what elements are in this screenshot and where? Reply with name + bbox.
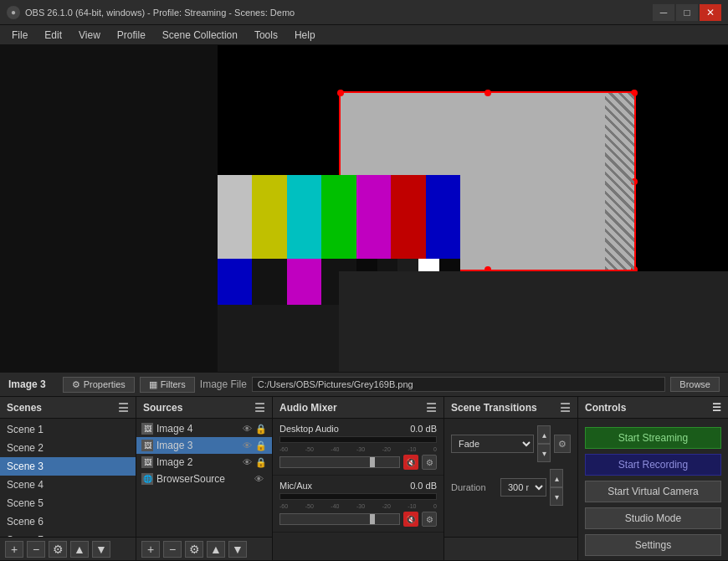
source-name-3: Image 2 — [156, 456, 239, 468]
source-item-4[interactable]: 🌐 BrowserSource 👁 — [136, 471, 272, 487]
filters-button[interactable]: ▦ Filters — [140, 377, 195, 393]
desktop-audio-fader[interactable] — [279, 456, 400, 468]
scene-item-5[interactable]: Scene 5 — [0, 494, 136, 512]
browse-button[interactable]: Browse — [670, 377, 720, 392]
title-bar: ● OBS 26.1.0 (64-bit, windows) - Profile… — [0, 0, 728, 25]
menu-tools[interactable]: Tools — [246, 25, 286, 45]
bar-green — [321, 175, 356, 259]
source-eye-btn-2[interactable]: 👁 — [243, 440, 252, 450]
maximize-button[interactable]: □ — [676, 4, 698, 21]
desktop-audio-fader-row: 🔇 ⚙ — [279, 455, 437, 470]
resize-handle-tc[interactable] — [484, 90, 491, 96]
menu-scene-collection[interactable]: Scene Collection — [154, 25, 246, 45]
start-recording-button[interactable]: Start Recording — [585, 454, 721, 476]
mic-aux-fader-handle[interactable] — [370, 514, 375, 524]
minimize-button[interactable]: ─ — [653, 4, 674, 21]
sources-panel: Sources ☰ 🖼 Image 4 👁 🔒 🖼 Image 3 👁 🔒 🖼 … — [136, 397, 273, 560]
bar-bot-magenta — [287, 259, 321, 305]
add-source-button[interactable]: + — [141, 541, 160, 558]
resize-handle-tl[interactable] — [337, 90, 344, 96]
scene-settings-button[interactable]: ⚙ — [49, 541, 67, 558]
menu-profile[interactable]: Profile — [109, 25, 154, 45]
properties-button[interactable]: ⚙ Properties — [63, 377, 135, 393]
scenes-panel-footer: + − ⚙ ▲ ▼ — [0, 537, 136, 560]
desktop-audio-settings-button[interactable]: ⚙ — [422, 455, 437, 470]
bar-bot-blue — [218, 259, 252, 305]
bottom-panels: Scenes ☰ Scene 1 Scene 2 Scene 3 Scene 4… — [0, 397, 728, 560]
duration-up-button[interactable]: ▴ — [550, 469, 563, 487]
mic-aux-meter — [279, 493, 437, 500]
desktop-audio-mute-button[interactable]: 🔇 — [403, 455, 418, 470]
scene-item-4[interactable]: Scene 4 — [0, 476, 136, 494]
menu-edit[interactable]: Edit — [36, 25, 70, 45]
scenes-panel-menu-icon[interactable]: ☰ — [118, 401, 129, 414]
image-file-label: Image File — [200, 378, 247, 390]
sources-panel-title: Sources — [143, 402, 182, 414]
transition-type-down-button[interactable]: ▾ — [537, 444, 551, 462]
add-scene-button[interactable]: + — [5, 541, 23, 558]
bar-blue — [426, 175, 460, 259]
source-eye-btn-3[interactable]: 👁 — [243, 457, 252, 467]
transition-type-select[interactable]: Fade Cut Swipe Slide Stinger Fade to Col… — [451, 435, 534, 453]
dark-bottom-center — [218, 305, 339, 372]
scene-item-7[interactable]: Scene 7 — [0, 531, 136, 537]
bar-magenta — [356, 175, 391, 259]
transitions-panel-menu-icon[interactable]: ☰ — [560, 401, 571, 414]
source-up-button[interactable]: ▲ — [207, 541, 225, 558]
scene-up-button[interactable]: ▲ — [70, 541, 89, 558]
close-button[interactable]: ✕ — [700, 4, 721, 21]
menu-view[interactable]: View — [70, 25, 109, 45]
source-type-icon-4: 🌐 — [141, 473, 153, 485]
scene-down-button[interactable]: ▼ — [92, 541, 110, 558]
studio-mode-button[interactable]: Studio Mode — [585, 507, 721, 529]
scenes-panel: Scenes ☰ Scene 1 Scene 2 Scene 3 Scene 4… — [0, 397, 136, 560]
source-lock-btn-3[interactable]: 🔒 — [255, 457, 267, 468]
mic-aux-mute-button[interactable]: 🔇 — [403, 512, 418, 527]
source-path-input[interactable] — [252, 377, 665, 392]
source-lock-btn-1[interactable]: 🔒 — [255, 424, 267, 435]
menu-help[interactable]: Help — [286, 25, 324, 45]
transition-type-row: Fade Cut Swipe Slide Stinger Fade to Col… — [451, 425, 571, 462]
mic-aux-fader[interactable] — [279, 513, 400, 525]
duration-down-button[interactable]: ▾ — [550, 487, 563, 506]
preview-canvas[interactable] — [0, 45, 728, 372]
scene-item-2[interactable]: Scene 2 — [0, 439, 136, 457]
start-streaming-button[interactable]: Start Streaming — [585, 427, 721, 449]
audio-panel-menu-icon[interactable]: ☰ — [426, 401, 437, 414]
scene-item-3[interactable]: Scene 3 — [0, 457, 136, 476]
settings-button[interactable]: Settings — [585, 534, 721, 556]
source-item-1[interactable]: 🖼 Image 4 👁 🔒 — [136, 420, 272, 437]
start-virtual-camera-button[interactable]: Start Virtual Camera — [585, 481, 721, 502]
scene-item-1[interactable]: Scene 1 — [0, 420, 136, 439]
window-title: OBS 26.1.0 (64-bit, windows) - Profile: … — [25, 8, 653, 18]
desktop-audio-fader-handle[interactable] — [370, 457, 375, 467]
source-eye-btn-1[interactable]: 👁 — [243, 424, 252, 434]
scenes-panel-header: Scenes ☰ — [0, 397, 136, 419]
controls-buttons: Start Streaming Start Recording Start Vi… — [578, 419, 728, 561]
transitions-panel: Scene Transitions ☰ Fade Cut Swipe Slide… — [444, 397, 578, 560]
source-bar: Image 3 ⚙ Properties ▦ Filters Image Fil… — [0, 372, 728, 397]
source-lock-btn-2[interactable]: 🔒 — [255, 440, 267, 451]
bar-yellow — [252, 175, 286, 259]
sources-panel-menu-icon[interactable]: ☰ — [254, 401, 265, 414]
source-item-3[interactable]: 🖼 Image 2 👁 🔒 — [136, 454, 272, 471]
controls-panel-menu-icon[interactable]: ☰ — [712, 402, 721, 414]
transition-gear-button[interactable]: ⚙ — [554, 435, 571, 453]
dark-bottom-right — [339, 271, 728, 372]
app-icon: ● — [7, 6, 20, 19]
source-eye-btn-4[interactable]: 👁 — [254, 474, 264, 484]
menu-file[interactable]: File — [3, 25, 36, 45]
gear-icon: ⚙ — [72, 379, 80, 390]
source-settings-button[interactable]: ⚙ — [185, 541, 203, 558]
mic-aux-header: Mic/Aux 0.0 dB — [279, 481, 437, 491]
mic-aux-settings-button[interactable]: ⚙ — [422, 512, 437, 527]
transitions-panel-header: Scene Transitions ☰ — [444, 397, 577, 419]
scene-item-6[interactable]: Scene 6 — [0, 512, 136, 531]
source-down-button[interactable]: ▼ — [228, 541, 247, 558]
transition-duration-select[interactable]: 300 ms 500 ms 1000 ms 1500 ms 2000 ms — [500, 478, 546, 497]
menu-bar: File Edit View Profile Scene Collection … — [0, 25, 728, 45]
source-item-2[interactable]: 🖼 Image 3 👁 🔒 — [136, 437, 272, 454]
remove-scene-button[interactable]: − — [27, 541, 45, 558]
remove-source-button[interactable]: − — [163, 541, 182, 558]
transition-type-up-button[interactable]: ▴ — [537, 425, 551, 444]
